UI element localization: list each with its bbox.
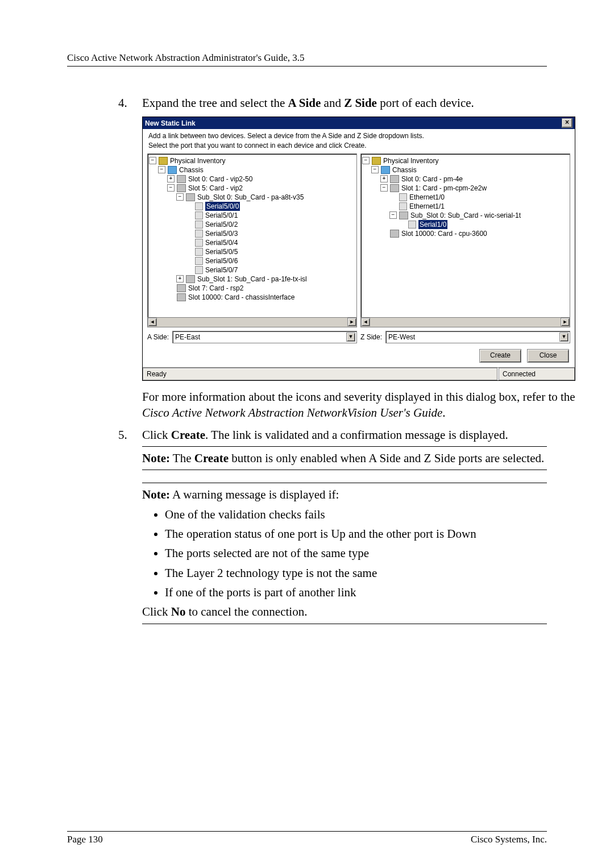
card-icon [390,230,399,238]
minus-icon[interactable]: − [371,166,379,173]
note-create-enabled: Note: The Create button is only enabled … [142,446,547,470]
tree-node-serial10[interactable]: Serial1/0 [362,220,569,229]
plus-icon[interactable]: + [176,275,184,283]
step-number: 5. [118,427,142,637]
instructions: Add a link between two devices. Select a… [143,129,575,151]
tree-node-slot1[interactable]: −Slot 1: Card - pm-cpm-2e2w [362,184,569,193]
minus-icon[interactable]: − [362,157,370,164]
z-side-select-row: Z Side: PE-West ▼ [360,331,570,343]
card-icon [177,293,186,301]
tree-node-serial501[interactable]: Serial5/0/1 [149,211,355,220]
minus-icon[interactable]: − [380,184,388,192]
tree-node-subslot0[interactable]: −Sub_Slot 0: Sub_Card - pa-a8t-v35 [149,193,355,202]
minus-icon[interactable]: − [149,157,156,164]
step-4-followup: For more information about the icons and… [142,389,575,421]
step-number: 4. [118,95,142,421]
tree-node-slot0[interactable]: +Slot 0: Card - pm-4e [362,175,569,184]
z-side-dropdown[interactable]: PE-West ▼ [385,331,570,343]
chassis-icon [168,166,177,174]
warning-bullets: One of the validation checks fails The o… [142,506,547,601]
tree-node-slot10000[interactable]: Slot 10000: Card - cpu-3600 [362,229,569,238]
tree-node-eth11[interactable]: Ethernet1/1 [362,202,569,211]
scroll-right-icon[interactable]: ► [347,318,356,326]
z-side-tree-pane[interactable]: −Physical Inventory −Chassis +Slot 0: Ca… [360,153,570,327]
port-icon [195,202,203,210]
warning-cancel-line: Click No to cancel the connection. [142,604,547,620]
port-icon [195,221,203,229]
a-side-select-row: A Side: PE-East ▼ [147,331,357,343]
tree-node-serial505[interactable]: Serial5/0/5 [149,247,355,256]
content: 4. Expand the tree and select the A Side… [118,95,547,637]
page-footer: Page 130 Cisco Systems, Inc. [67,831,547,845]
port-icon [195,257,203,265]
a-side-dropdown[interactable]: PE-East ▼ [172,331,357,343]
tree-node-chassis[interactable]: −Chassis [362,165,569,175]
card-icon [390,184,399,192]
port-icon [195,230,203,238]
tree-node-slot10000[interactable]: Slot 10000: Card - chassisInterface [149,293,355,302]
device-icon [372,157,381,165]
card-icon [186,275,195,283]
list-item: If one of the ports is part of another l… [165,584,547,600]
tree-node-subslot0[interactable]: −Sub_Slot 0: Sub_Card - wic-serial-1t [362,211,569,220]
window-title: New Static Link [145,119,196,128]
tree-node-serial503[interactable]: Serial5/0/3 [149,229,355,238]
chevron-down-icon[interactable]: ▼ [346,333,355,342]
card-icon [399,211,408,219]
step-4-text: Expand the tree and select the A Side an… [142,95,575,111]
a-side-tree-pane[interactable]: −Physical Inventory −Chassis +Slot 0: Ca… [147,153,357,327]
page: Cisco Active Network Abstraction Adminis… [0,0,614,868]
note-warning: Note: A warning message is displayed if:… [142,483,547,624]
port-icon [195,211,203,219]
tree-node-serial506[interactable]: Serial5/0/6 [149,256,355,265]
chevron-down-icon[interactable]: ▼ [559,333,569,342]
tree-node-slot7[interactable]: Slot 7: Card - rsp2 [149,284,355,293]
tree-node-chassis[interactable]: −Chassis [149,165,355,175]
create-button[interactable]: Create [479,349,521,363]
status-connected: Connected [499,368,575,380]
doc-header: Cisco Active Network Abstraction Adminis… [67,52,547,67]
tree-node-slot5[interactable]: −Slot 5: Card - vip2 [149,184,355,193]
scroll-left-icon[interactable]: ◄ [148,318,157,326]
tree-node-slot0[interactable]: +Slot 0: Card - vip2-50 [149,175,355,184]
tree-node-eth10[interactable]: Ethernet1/0 [362,193,569,202]
tree-node-serial507[interactable]: Serial5/0/7 [149,265,355,275]
tree-node-serial504[interactable]: Serial5/0/4 [149,238,355,247]
port-icon [195,248,203,256]
minus-icon[interactable]: − [167,184,175,192]
tree-node-subslot1[interactable]: +Sub_Slot 1: Sub_Card - pa-1fe-tx-isl [149,275,355,284]
z-side-label: Z Side: [360,333,382,342]
scroll-left-icon[interactable]: ◄ [361,318,370,326]
plus-icon[interactable]: + [167,175,175,182]
step-4: 4. Expand the tree and select the A Side… [118,95,547,421]
tree-node-serial500[interactable]: Serial5/0/0 [149,202,355,211]
port-icon [195,266,203,274]
port-icon [195,239,203,247]
step-list: 4. Expand the tree and select the A Side… [118,95,547,637]
horizontal-scrollbar[interactable]: ◄ ► [361,317,570,327]
scroll-right-icon[interactable]: ► [561,318,570,326]
close-icon[interactable]: × [562,118,572,128]
tree-node-physical-inventory[interactable]: −Physical Inventory [362,156,569,165]
page-number: Page 130 [67,834,103,845]
minus-icon[interactable]: − [176,193,184,201]
minus-icon[interactable]: − [158,166,165,173]
card-icon [186,193,195,201]
card-icon [390,175,399,183]
plus-icon[interactable]: + [380,175,388,182]
port-icon [399,202,407,210]
minus-icon[interactable]: − [389,211,397,219]
status-ready: Ready [143,368,497,380]
title-bar[interactable]: New Static Link × [143,117,575,129]
horizontal-scrollbar[interactable]: ◄ ► [148,317,356,327]
tree-node-physical-inventory[interactable]: −Physical Inventory [149,156,355,165]
close-button[interactable]: Close [527,349,569,363]
tree-node-serial502[interactable]: Serial5/0/2 [149,220,355,229]
card-icon [177,175,186,183]
chassis-icon [381,166,390,174]
card-icon [177,184,186,192]
list-item: The operation status of one port is Up a… [165,526,547,542]
port-icon [408,221,416,229]
step-5-text: Click Create. The link is validated and … [142,427,547,443]
list-item: The ports selected are not of the same t… [165,545,547,561]
